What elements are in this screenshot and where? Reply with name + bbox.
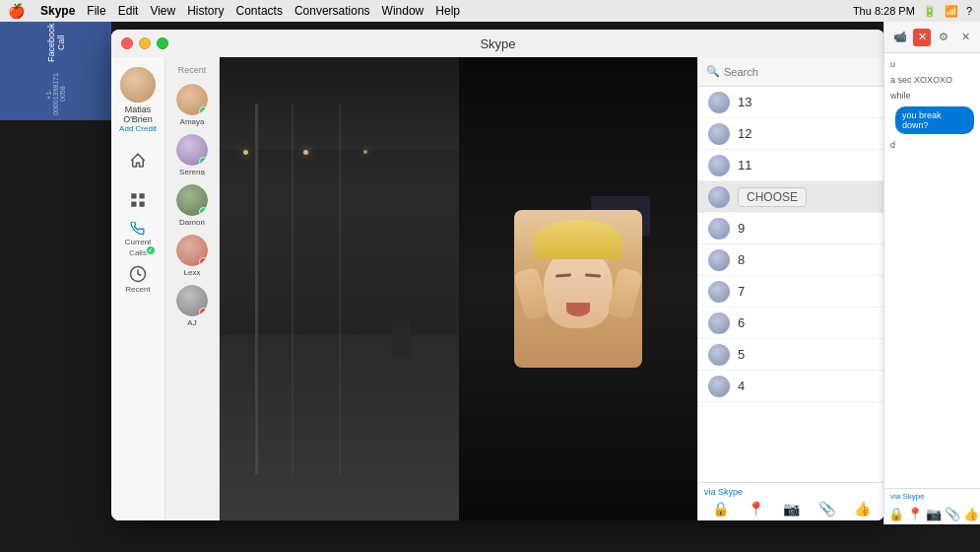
search-icon: 🔍 — [706, 65, 720, 78]
dropdown-item-7[interactable]: 7 — [698, 276, 884, 308]
facebook-call-label: Facebook Call — [46, 22, 66, 64]
search-input[interactable] — [724, 66, 877, 78]
aj-name: AJ — [187, 318, 196, 327]
dropdown-item-4[interactable]: 4 — [698, 371, 884, 402]
sidebar-recent[interactable]: Recent — [118, 261, 158, 297]
dropdown-item-choose[interactable]: CHOOSE — [698, 181, 884, 213]
facebook-call-id: +1-00001398171 0058 — [45, 68, 66, 120]
minimize-button[interactable] — [139, 37, 151, 49]
dropdown-number-9: 9 — [738, 221, 745, 236]
side-chat-action-icons: 🔒 📍 📷 📎 👍 — [884, 504, 980, 524]
chat-attach-btn[interactable]: 📎 — [818, 501, 835, 517]
chat-actions: 🔒 📍 📷 📎 👍 — [704, 501, 879, 517]
chat-location-btn[interactable]: 📍 — [748, 501, 764, 517]
serena-avatar — [176, 134, 208, 166]
dropdown-avatar-6 — [708, 312, 730, 334]
contact-lexx[interactable]: Lexx — [165, 232, 219, 280]
contact-damon[interactable]: Damon — [165, 181, 219, 230]
choose-label: CHOOSE — [738, 187, 807, 207]
menubar-app-name[interactable]: Skype — [40, 4, 75, 18]
lock-icon[interactable]: 🔒 — [888, 507, 904, 521]
menubar-file[interactable]: File — [87, 4, 105, 18]
menubar-conversations[interactable]: Conversations — [294, 4, 370, 18]
attach-icon[interactable]: 📎 — [945, 507, 960, 521]
contact-list: Recent Amaya Serena — [165, 57, 220, 520]
chat-emoji-btn[interactable]: 🔒 — [712, 501, 729, 517]
chat-video-btn[interactable]: 📷 — [783, 501, 800, 517]
sidebar-icons: Matias O'Brien Add Credit — [111, 57, 165, 520]
menubar-window[interactable]: Window — [382, 4, 425, 18]
menubar-question: ? — [966, 5, 972, 17]
video-right — [459, 57, 698, 520]
menubar-right: Thu 8:28 PM 🔋 📶 ? — [853, 5, 972, 18]
lexx-status — [199, 257, 208, 266]
location-icon[interactable]: 📍 — [907, 507, 923, 521]
menubar-view[interactable]: View — [150, 4, 175, 18]
dropdown-avatar-9 — [708, 218, 730, 240]
dropdown-item-13[interactable]: 13 — [698, 87, 884, 118]
svg-rect-2 — [131, 202, 136, 207]
via-skype-label: via Skype — [704, 487, 879, 497]
dropdown-avatar-7 — [708, 281, 730, 303]
current-calls-label: Current — [125, 238, 152, 246]
amaya-status — [199, 106, 208, 115]
lexx-name: Lexx — [184, 268, 201, 277]
svg-rect-1 — [140, 193, 145, 198]
window-title: Skype — [480, 36, 515, 51]
camera-icon[interactable]: 📷 — [926, 507, 942, 521]
facebook-call-strip[interactable]: Facebook Call +1-00001398171 0058 — [0, 22, 111, 120]
contact-serena[interactable]: Serena — [165, 131, 219, 179]
contact-aj[interactable]: AJ — [165, 282, 219, 330]
chat-msg-5: d — [890, 140, 974, 150]
menubar-contacts[interactable]: Contacts — [236, 4, 283, 18]
dropdown-number-5: 5 — [738, 347, 745, 362]
sidebar-grid[interactable] — [118, 182, 158, 218]
side-chat-input-area: via Skype 🔒 📍 📷 📎 👍 — [884, 488, 980, 524]
chat-like-btn[interactable]: 👍 — [854, 501, 871, 517]
contact-amaya[interactable]: Amaya — [165, 81, 219, 129]
close-chat-icon[interactable]: ✕ — [956, 29, 974, 46]
dropdown-number-7: 7 — [738, 284, 745, 299]
side-chat-panel: 📹 ✕ ⚙ ✕ u a sec XOXOXO while you break d… — [883, 22, 980, 524]
dropdown-item-12[interactable]: 12 — [698, 118, 884, 150]
chat-input-section: via Skype 🔒 📍 📷 📎 👍 — [698, 482, 884, 520]
settings-icon[interactable]: ⚙ — [935, 29, 952, 46]
dropdown-item-9[interactable]: 9 — [698, 213, 884, 244]
dropdown-item-6[interactable]: 6 — [698, 308, 884, 339]
add-credit-link[interactable]: Add Credit — [119, 124, 157, 133]
menubar-edit[interactable]: Edit — [118, 4, 139, 18]
end-call-icon[interactable]: ✕ — [913, 29, 931, 46]
close-button[interactable] — [121, 37, 133, 49]
apple-menu[interactable]: 🍎 — [8, 3, 25, 19]
window-body: Matias O'Brien Add Credit — [111, 57, 884, 520]
menubar-battery: 🔋 — [923, 5, 937, 18]
thumbs-up-icon[interactable]: 👍 — [963, 507, 979, 521]
menubar-history[interactable]: History — [187, 4, 224, 18]
video-call-icon[interactable]: 📹 — [891, 29, 909, 46]
current-calls-label2: Calls — [129, 248, 147, 257]
search-bar: 🔍 — [698, 57, 884, 87]
side-chat-messages: u a sec XOXOXO while you break down? d — [884, 53, 980, 488]
menubar: 🍎 File Skype File Edit View History Cont… — [0, 0, 980, 22]
maximize-button[interactable] — [157, 37, 168, 49]
amaya-avatar — [176, 84, 208, 115]
traffic-lights — [121, 37, 168, 49]
dropdown-item-8[interactable]: 8 — [698, 244, 884, 276]
dropdown-item-5[interactable]: 5 — [698, 339, 884, 371]
dropdown-avatar-5 — [708, 344, 730, 366]
sidebar-current-calls[interactable]: ✓ Current Calls — [118, 222, 158, 257]
damon-name: Damon — [179, 218, 205, 227]
profile-section[interactable]: Matias O'Brien Add Credit — [111, 67, 164, 133]
dropdown-list: 13 12 11 CHOOSE 9 — [698, 87, 884, 482]
profile-name: Matias O'Brien — [111, 104, 164, 124]
chat-msg-3: while — [890, 91, 974, 101]
dropdown-avatar-4 — [708, 376, 730, 397]
right-panel: 🔍 13 12 11 CHOOSE — [697, 57, 884, 520]
sidebar-home[interactable] — [118, 143, 158, 178]
video-area — [220, 57, 697, 520]
dropdown-number-11: 11 — [738, 158, 751, 172]
aj-avatar — [176, 285, 208, 316]
menubar-help[interactable]: Help — [435, 4, 460, 18]
dropdown-item-11[interactable]: 11 — [698, 150, 884, 181]
svg-rect-3 — [140, 202, 145, 207]
